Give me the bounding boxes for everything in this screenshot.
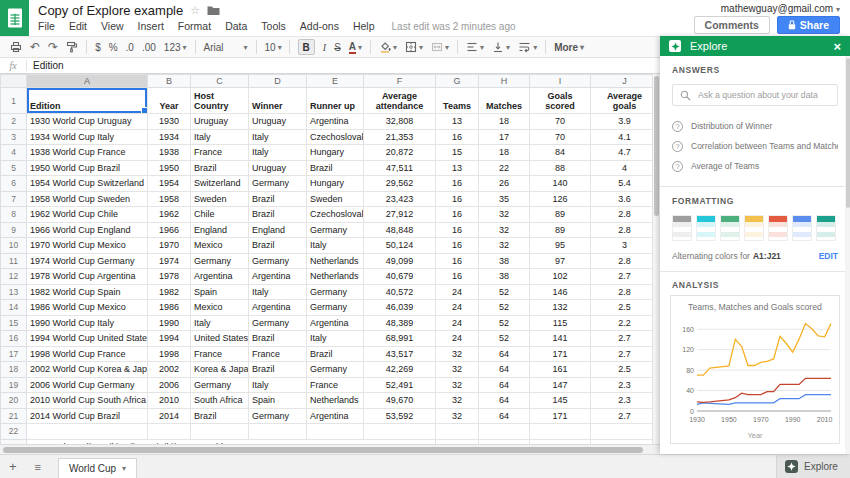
cell-F6[interactable]: 29,562 xyxy=(364,176,436,192)
column-header-A[interactable]: A xyxy=(27,75,148,88)
cell-J20[interactable]: 2.3 xyxy=(591,393,653,409)
cell-G2[interactable]: 13 xyxy=(436,114,479,130)
cell-B11[interactable]: 1974 xyxy=(148,253,191,269)
cell-A22[interactable] xyxy=(27,424,148,440)
vertical-align-button[interactable]: ▾ xyxy=(488,38,514,56)
cell-J17[interactable]: 2.7 xyxy=(591,346,653,362)
cell-C18[interactable]: Korea & Japan xyxy=(191,362,249,378)
cell-H17[interactable]: 64 xyxy=(479,346,530,362)
italic-button[interactable]: I xyxy=(319,38,330,56)
cell-H14[interactable]: 52 xyxy=(479,300,530,316)
cell-G8[interactable]: 16 xyxy=(436,207,479,223)
cell-J14[interactable]: 2.5 xyxy=(591,300,653,316)
close-icon[interactable]: × xyxy=(833,39,841,54)
cell-C14[interactable]: Mexico xyxy=(191,300,249,316)
menu-help[interactable]: Help xyxy=(346,19,382,33)
cell-F19[interactable]: 52,491 xyxy=(364,377,436,393)
row-header-12[interactable]: 12 xyxy=(1,269,27,285)
cell-D6[interactable]: Germany xyxy=(249,176,307,192)
menu-file[interactable]: File xyxy=(38,19,62,33)
cell-J1[interactable]: Average goals xyxy=(591,88,653,114)
row-header-11[interactable]: 11 xyxy=(1,253,27,269)
cell-B13[interactable]: 1982 xyxy=(148,284,191,300)
cell-G15[interactable]: 24 xyxy=(436,315,479,331)
row-header-16[interactable]: 16 xyxy=(1,331,27,347)
cell-B18[interactable]: 2002 xyxy=(148,362,191,378)
cell-A17[interactable]: 1998 World Cup France xyxy=(27,346,148,362)
cell-A3[interactable]: 1934 World Cup Italy xyxy=(27,129,148,145)
cell-G17[interactable]: 32 xyxy=(436,346,479,362)
cell-D3[interactable]: Italy xyxy=(249,129,307,145)
row-header-21[interactable]: 21 xyxy=(1,408,27,424)
row-header-1[interactable]: 1 xyxy=(1,88,27,114)
cell-E10[interactable]: Italy xyxy=(307,238,364,254)
cell-C5[interactable]: Brazil xyxy=(191,160,249,176)
borders-button[interactable]: ▾ xyxy=(401,38,427,56)
cell-H8[interactable]: 32 xyxy=(479,207,530,223)
cell-D19[interactable]: Italy xyxy=(249,377,307,393)
cell-D1[interactable]: Winner xyxy=(249,88,307,114)
row-header-8[interactable]: 8 xyxy=(1,207,27,223)
cell-C21[interactable]: Brazil xyxy=(191,408,249,424)
sheet-tab-world-cup[interactable]: World Cup ▾ xyxy=(58,458,137,478)
cell-F5[interactable]: 47,511 xyxy=(364,160,436,176)
cell-A9[interactable]: 1966 World Cup England xyxy=(27,222,148,238)
format-currency-button[interactable]: $ xyxy=(91,38,105,56)
cell-I1[interactable]: Goals scored xyxy=(530,88,591,114)
cell-H22[interactable] xyxy=(479,424,530,440)
cell-D18[interactable]: Brazil xyxy=(249,362,307,378)
number-format-button[interactable]: 123 ▾ xyxy=(160,38,191,56)
cell-F21[interactable]: 53,592 xyxy=(364,408,436,424)
column-header-I[interactable]: I xyxy=(530,75,591,88)
cell-H9[interactable]: 32 xyxy=(479,222,530,238)
cell-I8[interactable]: 89 xyxy=(530,207,591,223)
cell-E1[interactable]: Runner up xyxy=(307,88,364,114)
sheets-logo[interactable] xyxy=(0,0,29,36)
strikethrough-button[interactable]: S xyxy=(330,38,345,56)
row-header-18[interactable]: 18 xyxy=(1,362,27,378)
cell-B19[interactable]: 2006 xyxy=(148,377,191,393)
cell-J4[interactable]: 4.7 xyxy=(591,145,653,161)
cell-I2[interactable]: 70 xyxy=(530,114,591,130)
cell-D2[interactable]: Uruguay xyxy=(249,114,307,130)
cell-F10[interactable]: 50,124 xyxy=(364,238,436,254)
share-button[interactable]: Share xyxy=(777,16,840,34)
cell-F12[interactable]: 40,679 xyxy=(364,269,436,285)
cell-C11[interactable]: Germany xyxy=(191,253,249,269)
menu-addons[interactable]: Add-ons xyxy=(293,19,346,33)
cell-A12[interactable]: 1978 World Cup Argentina xyxy=(27,269,148,285)
cell-B4[interactable]: 1938 xyxy=(148,145,191,161)
cell-H3[interactable]: 17 xyxy=(479,129,530,145)
cell-I18[interactable]: 161 xyxy=(530,362,591,378)
cell-F11[interactable]: 49,099 xyxy=(364,253,436,269)
last-edit-status[interactable]: Last edit was 2 minutes ago xyxy=(392,21,516,32)
cell-F8[interactable]: 27,912 xyxy=(364,207,436,223)
cell-H10[interactable]: 32 xyxy=(479,238,530,254)
cell-F3[interactable]: 21,353 xyxy=(364,129,436,145)
row-header-19[interactable]: 19 xyxy=(1,377,27,393)
cell-B3[interactable]: 1934 xyxy=(148,129,191,145)
cell-F20[interactable]: 49,670 xyxy=(364,393,436,409)
cell-E11[interactable]: Netherlands xyxy=(307,253,364,269)
cell-H7[interactable]: 35 xyxy=(479,191,530,207)
cell-B20[interactable]: 2010 xyxy=(148,393,191,409)
answer-suggestion[interactable]: ?Average of Teams xyxy=(672,156,838,176)
cell-I16[interactable]: 141 xyxy=(530,331,591,347)
cell-E3[interactable]: Czechoslovakia xyxy=(307,129,364,145)
cell-J7[interactable]: 3.6 xyxy=(591,191,653,207)
cell-A14[interactable]: 1986 World Cup Mexico xyxy=(27,300,148,316)
cell-C4[interactable]: France xyxy=(191,145,249,161)
cell-B15[interactable]: 1990 xyxy=(148,315,191,331)
all-sheets-icon[interactable]: ≡ xyxy=(26,461,50,473)
cell-D16[interactable]: Brazil xyxy=(249,331,307,347)
cell-G20[interactable]: 32 xyxy=(436,393,479,409)
cell-I19[interactable]: 147 xyxy=(530,377,591,393)
cell-J22[interactable] xyxy=(591,424,653,440)
row-header-6[interactable]: 6 xyxy=(1,176,27,192)
cell-F15[interactable]: 48,389 xyxy=(364,315,436,331)
cell-H21[interactable]: 64 xyxy=(479,408,530,424)
menu-data[interactable]: Data xyxy=(218,19,254,33)
cell-F1[interactable]: Average attendance xyxy=(364,88,436,114)
cell-D5[interactable]: Uruguay xyxy=(249,160,307,176)
cell-A6[interactable]: 1954 World Cup Switzerland xyxy=(27,176,148,192)
